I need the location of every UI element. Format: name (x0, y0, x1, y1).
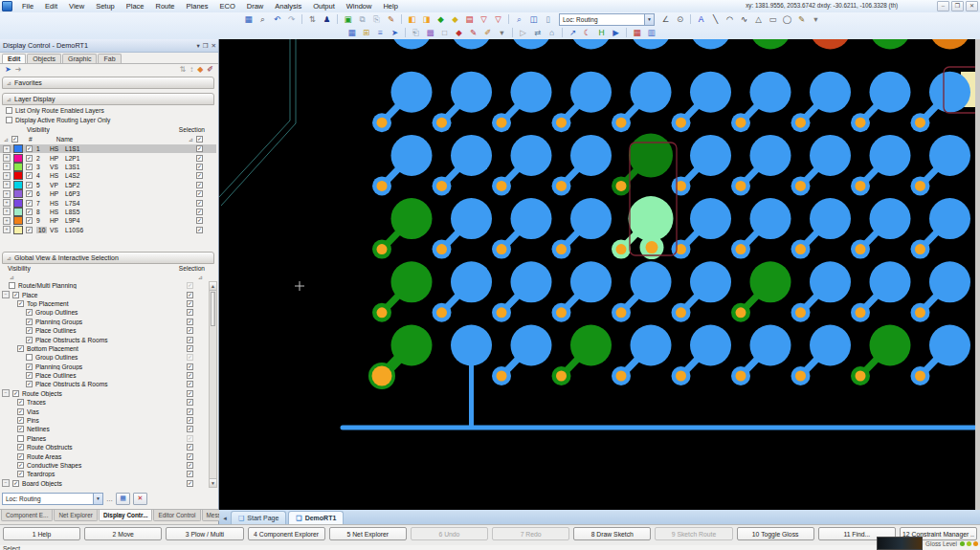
pad[interactable] (690, 135, 731, 176)
tree-visibility-checkbox[interactable]: ✓ (17, 399, 24, 406)
copy-icon[interactable]: ⧉ (356, 13, 368, 25)
arc-tool-icon[interactable]: ◠ (724, 13, 736, 25)
pad[interactable] (929, 135, 970, 176)
tree-row[interactable]: ✓Place Outlines✓ (0, 326, 207, 335)
tree-visibility-checkbox[interactable]: ✓ (17, 345, 24, 352)
fold-icon[interactable]: ⊿ (4, 136, 9, 143)
board-view-icon[interactable]: ◫ (527, 13, 540, 25)
layer-row[interactable]: +✓5VPL5P2✓ (0, 181, 216, 189)
pad[interactable] (631, 325, 672, 366)
radius-mode-icon[interactable]: ⊙ (674, 13, 686, 25)
tree-selection-checkbox[interactable]: ✓ (187, 337, 193, 343)
restore-button[interactable]: ❒ (951, 1, 964, 11)
pad[interactable] (929, 198, 970, 239)
play-icon[interactable]: ▷ (517, 27, 529, 38)
pad[interactable] (391, 39, 433, 50)
pad[interactable] (929, 261, 970, 302)
pad[interactable] (511, 261, 552, 302)
layer-selection-checkbox[interactable]: ✓ (196, 164, 203, 170)
menu-output[interactable]: Output (307, 2, 341, 11)
layer-visibility-checkbox[interactable]: ✓ (26, 227, 33, 233)
drc-grid-icon[interactable]: ▦ (631, 27, 643, 38)
layer-selection-checkbox[interactable]: ✓ (196, 155, 203, 162)
tree-row[interactable]: ✓Top Placement✓ (0, 299, 207, 308)
pad[interactable] (631, 72, 672, 113)
polygon-tool-icon[interactable]: △ (752, 13, 765, 25)
tree-visibility-checkbox[interactable]: ✓ (26, 363, 33, 370)
layer-visibility-checkbox[interactable]: ✓ (26, 182, 33, 188)
modify-tool-icon[interactable]: ✎ (795, 13, 808, 25)
tree-row[interactable]: −✓Board Objects✓ (0, 479, 207, 488)
tree-selection-checkbox[interactable]: ✓ (187, 480, 193, 487)
pad[interactable] (750, 39, 791, 50)
pad[interactable] (451, 135, 492, 176)
pad[interactable] (570, 261, 612, 302)
pad[interactable] (570, 39, 612, 50)
angle-mode-icon[interactable]: ∠ (659, 13, 672, 25)
tree-row[interactable]: Planes✓ (0, 434, 207, 443)
layer-expand-icon[interactable]: + (3, 208, 11, 215)
tree-visibility-checkbox[interactable] (26, 354, 33, 361)
tree-row[interactable]: ✓Route Areas✓ (0, 451, 207, 460)
location-mode-combobox[interactable]: Loc: Routing▼ (559, 13, 655, 26)
tab-scroll-left-icon[interactable]: ◂ (219, 513, 231, 524)
tree-visibility-checkbox[interactable]: ✓ (26, 327, 33, 334)
pad[interactable] (451, 198, 492, 239)
pad[interactable] (750, 72, 791, 113)
pad[interactable] (391, 72, 433, 113)
layer-visibility-checkbox[interactable]: ✓ (26, 155, 33, 162)
save-scheme-button[interactable]: ▦ (116, 493, 130, 505)
tree-row[interactable]: −✓Place✓ (0, 290, 207, 298)
save-icon[interactable]: ▦ (242, 13, 255, 25)
fkey-3[interactable]: 3 Plow / Multi (166, 527, 243, 540)
scroll-up-arrow[interactable]: ▲ (210, 282, 216, 291)
layer-color-swatch[interactable] (13, 208, 23, 216)
pad[interactable] (451, 39, 492, 50)
circle-tool-icon[interactable]: ◯ (781, 13, 793, 25)
expand-icon[interactable]: ↗ (567, 27, 579, 38)
tree-row[interactable]: ✓Planning Groups✓ (0, 318, 207, 326)
minimize-button[interactable]: – (937, 1, 949, 11)
undo-icon[interactable]: ↶ (271, 13, 283, 25)
pad[interactable] (570, 325, 612, 366)
pad[interactable] (451, 72, 492, 113)
layer-row[interactable]: +✓4HSL4S2✓ (0, 171, 216, 180)
tree-visibility-checkbox[interactable]: ✓ (17, 462, 24, 469)
layer-expand-icon[interactable]: + (3, 154, 11, 162)
draw-icon[interactable]: ➤ (389, 27, 401, 38)
redo-icon[interactable]: ↷ (285, 13, 298, 25)
tree-selection-checkbox[interactable]: ✓ (187, 471, 193, 477)
actuals-icon[interactable]: ♟ (321, 13, 333, 25)
panel-tab-1[interactable]: Net Explorer (54, 510, 98, 521)
menu-edit[interactable]: Edit (39, 2, 63, 11)
fkey-4[interactable]: 4 Component Explorer (248, 527, 325, 540)
tree-row[interactable]: ✓Pins✓ (0, 416, 207, 425)
tree-row[interactable]: −✓Route Objects✓ (0, 389, 207, 398)
apply-arrow-icon[interactable]: ➤ (5, 65, 11, 74)
delete-route-icon[interactable]: ▽ (492, 13, 504, 25)
outline-icon[interactable]: □ (438, 27, 451, 38)
pencil-icon[interactable]: ✐ (481, 27, 494, 38)
pad[interactable] (810, 72, 851, 113)
layer-row[interactable]: +✓3VSL3S1✓ (0, 163, 216, 171)
pad-entry-icon[interactable]: ◧ (406, 13, 418, 25)
properties-icon[interactable]: ✎ (385, 13, 397, 25)
fkey-5[interactable]: 5 Net Explorer (329, 527, 407, 540)
menu-setup[interactable]: Setup (90, 2, 121, 11)
layer-color-swatch[interactable] (13, 216, 23, 225)
pad[interactable] (870, 135, 911, 176)
next-arrow-icon[interactable]: ➜ (15, 65, 22, 74)
layer-selection-checkbox[interactable]: ✓ (196, 227, 203, 233)
tree-visibility-checkbox[interactable]: ✓ (26, 337, 33, 343)
panel-tab-3[interactable]: Editor Control (153, 510, 200, 521)
tree-selection-checkbox[interactable]: ✓ (187, 390, 193, 397)
route-grid-icon[interactable]: ◆ (449, 13, 461, 25)
fkey-2[interactable]: 2 Move (84, 527, 162, 540)
tree-selection-checkbox[interactable]: ✓ (187, 300, 193, 307)
pad[interactable] (750, 198, 791, 239)
layer-row[interactable]: +✓2HPL2P1✓ (0, 153, 216, 162)
pad[interactable] (810, 135, 851, 176)
pad[interactable] (570, 72, 612, 113)
pad[interactable] (690, 261, 731, 302)
doc-tab-start-page[interactable]: ❑Start Page (231, 511, 286, 524)
